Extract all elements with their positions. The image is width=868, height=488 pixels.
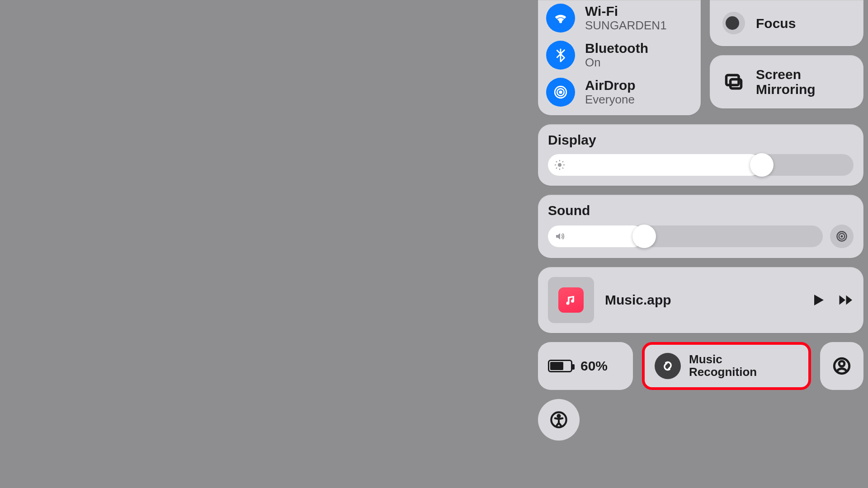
moon-icon: [722, 12, 745, 34]
music-recognition-label: MusicRecognition: [689, 353, 757, 378]
bluetooth-label: Bluetooth: [585, 41, 648, 56]
now-playing-card[interactable]: Music.app: [538, 267, 863, 333]
top-row: Wi-Fi SUNGARDEN1 Bluetooth On AirDro: [538, 0, 863, 115]
display-label: Display: [548, 132, 854, 148]
side-tiles: Focus ScreenMirroring: [710, 0, 863, 115]
wifi-label: Wi-Fi: [585, 4, 667, 19]
battery-label: 60%: [580, 358, 608, 373]
svg-point-18: [839, 361, 844, 366]
airplay-icon: [835, 230, 848, 243]
user-icon: [833, 357, 851, 375]
svg-point-14: [840, 235, 843, 237]
speaker-icon: [554, 231, 565, 242]
focus-button[interactable]: Focus: [710, 0, 863, 46]
airdrop-label: AirDrop: [585, 78, 636, 93]
forward-button[interactable]: [837, 292, 854, 308]
album-art: [548, 277, 594, 323]
play-button[interactable]: [810, 292, 826, 308]
sound-label: Sound: [548, 203, 854, 218]
display-card: Display: [538, 124, 863, 186]
accessibility-button[interactable]: [538, 399, 580, 441]
screen-mirroring-button[interactable]: ScreenMirroring: [710, 55, 863, 108]
airdrop-button[interactable]: AirDrop Everyone: [546, 78, 693, 107]
wifi-status: SUNGARDEN1: [585, 19, 667, 33]
svg-point-20: [558, 415, 560, 417]
svg-line-12: [556, 168, 557, 169]
svg-point-5: [558, 163, 561, 167]
now-playing-title: Music.app: [605, 292, 799, 308]
user-switch-button[interactable]: [820, 342, 863, 390]
bottom-row: 60% MusicRecognition: [538, 342, 863, 390]
music-app-icon: [558, 287, 584, 313]
bluetooth-button[interactable]: Bluetooth On: [546, 41, 693, 70]
focus-label: Focus: [756, 16, 796, 31]
sun-icon: [554, 160, 565, 170]
brightness-slider[interactable]: [548, 154, 854, 176]
bluetooth-status: On: [585, 56, 648, 70]
volume-slider[interactable]: [548, 225, 823, 247]
bluetooth-icon: [546, 41, 575, 70]
screen-mirroring-label: ScreenMirroring: [756, 67, 816, 97]
airplay-audio-button[interactable]: [830, 225, 854, 248]
screen-mirroring-icon: [722, 70, 745, 93]
music-recognition-button[interactable]: MusicRecognition: [642, 342, 811, 390]
connectivity-card: Wi-Fi SUNGARDEN1 Bluetooth On AirDro: [538, 0, 701, 115]
airdrop-status: Everyone: [585, 93, 636, 107]
sound-card: Sound: [538, 195, 863, 258]
wifi-button[interactable]: Wi-Fi SUNGARDEN1: [546, 4, 693, 33]
svg-line-11: [562, 168, 563, 169]
svg-line-13: [562, 161, 563, 162]
accessibility-icon: [550, 411, 568, 429]
svg-point-0: [559, 91, 562, 94]
battery-icon: [548, 360, 572, 372]
control-center: Wi-Fi SUNGARDEN1 Bluetooth On AirDro: [538, 0, 863, 441]
shazam-icon: [655, 353, 681, 379]
svg-line-10: [556, 161, 557, 162]
battery-button[interactable]: 60%: [538, 342, 633, 390]
wifi-icon: [546, 4, 575, 33]
airdrop-icon: [546, 78, 575, 107]
